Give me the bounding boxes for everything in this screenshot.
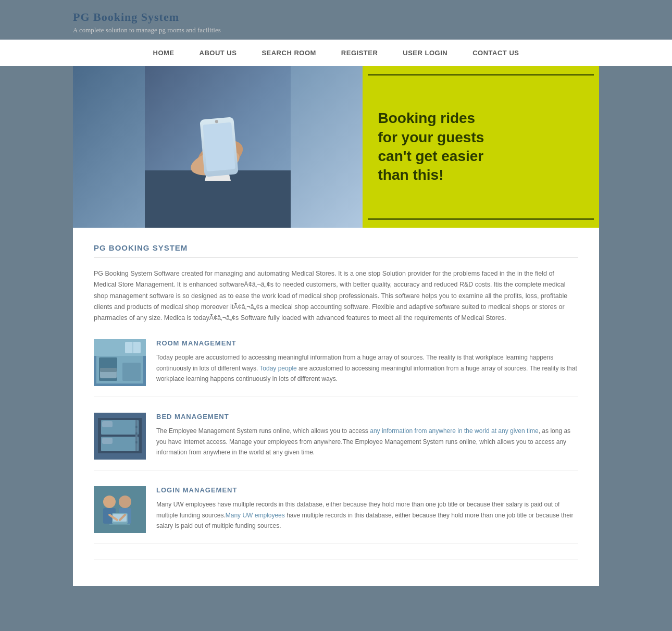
login-management-image: [94, 486, 146, 533]
main-section-title: PG BOOKING SYSTEM: [94, 243, 578, 252]
feature-login-management: LOGIN MANAGEMENT Many UW employees have …: [94, 486, 578, 544]
svg-rect-39: [109, 524, 130, 525]
nav-home[interactable]: HOME: [141, 40, 187, 66]
svg-rect-7: [203, 122, 235, 171]
hero-banner: Booking ridesfor your guestscan't get ea…: [73, 66, 599, 228]
svg-rect-20: [98, 435, 142, 437]
hero-image-area: [73, 66, 363, 228]
nav-about[interactable]: ABOUT US: [187, 40, 250, 66]
nav-register[interactable]: REGISTER: [329, 40, 390, 66]
feature-bed-management: BED MANAGEMENT The Employee Management S…: [94, 413, 578, 471]
svg-rect-17: [100, 368, 117, 372]
nav-contact[interactable]: CONTACT US: [460, 40, 531, 66]
svg-rect-29: [135, 426, 138, 428]
bed-management-text: The Employee Management System runs onli…: [156, 426, 578, 457]
room-management-title: ROOM MANAGEMENT: [156, 339, 578, 347]
login-management-title: LOGIN MANAGEMENT: [156, 486, 578, 494]
feature-room-management: ROOM MANAGEMENT Today people are accusto…: [94, 339, 578, 397]
intro-text: PG Booking System Software created for m…: [94, 268, 578, 324]
hero-text-area: Booking ridesfor your guestscan't get ea…: [363, 66, 600, 228]
svg-rect-26: [102, 421, 113, 427]
svg-rect-22: [98, 418, 101, 453]
section-divider: [94, 257, 578, 258]
login-management-content: LOGIN MANAGEMENT Many UW employees have …: [156, 486, 578, 533]
content-area: PG BOOKING SYSTEM PG Booking System Soft…: [73, 228, 599, 586]
main-container: Booking ridesfor your guestscan't get ea…: [73, 66, 599, 586]
svg-rect-28: [135, 420, 138, 451]
site-subtitle: A complete solution to manage pg rooms a…: [73, 26, 599, 34]
header: PG Booking System A complete solution to…: [0, 0, 672, 40]
hero-illustration: [145, 66, 291, 228]
bed-management-image: [94, 413, 146, 460]
nav-user-login[interactable]: USER LOGIN: [390, 40, 460, 66]
nav-inner: HOME ABOUT US SEARCH ROOM REGISTER USER …: [0, 40, 672, 66]
bed-management-content: BED MANAGEMENT The Employee Management S…: [156, 413, 578, 460]
bottom-divider: [94, 560, 578, 560]
svg-rect-21: [98, 451, 142, 453]
svg-rect-23: [139, 418, 142, 453]
bed-management-title: BED MANAGEMENT: [156, 413, 578, 420]
site-title: PG Booking System: [73, 10, 599, 24]
nav-search-room[interactable]: SEARCH ROOM: [249, 40, 328, 66]
svg-rect-12: [122, 363, 141, 381]
room-management-content: ROOM MANAGEMENT Today people are accusto…: [156, 339, 578, 386]
room-svg: [94, 339, 146, 386]
svg-rect-27: [102, 438, 113, 444]
svg-rect-31: [135, 441, 138, 443]
room-management-text: Today people are accustomed to accessing…: [156, 352, 578, 384]
bed-svg: [94, 413, 146, 460]
svg-rect-19: [98, 418, 142, 420]
login-management-text: Many UW employees have multiple records …: [156, 499, 578, 531]
room-management-image: [94, 339, 146, 386]
svg-point-35: [119, 496, 131, 508]
login-svg: [94, 486, 146, 533]
hero-heading: Booking ridesfor your guestscan't get ea…: [378, 109, 584, 185]
svg-point-33: [103, 496, 116, 508]
navigation: HOME ABOUT US SEARCH ROOM REGISTER USER …: [0, 40, 672, 66]
svg-rect-30: [135, 432, 138, 435]
